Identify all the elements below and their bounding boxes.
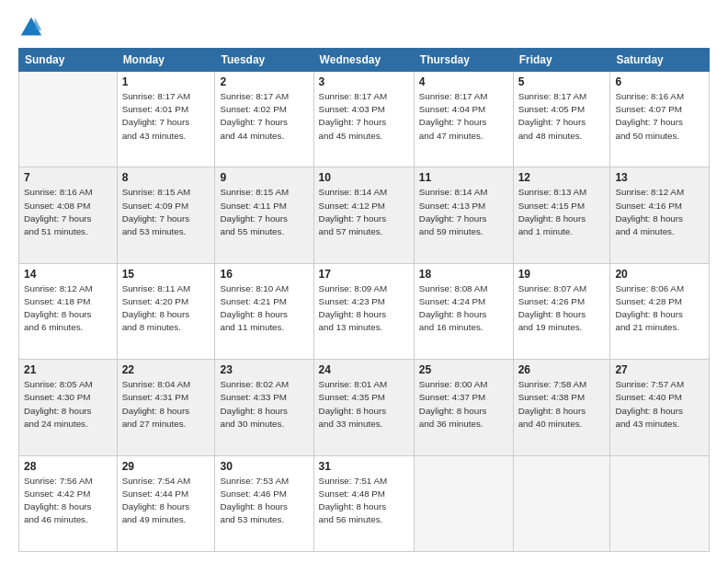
- day-number: 11: [419, 171, 508, 184]
- day-cell: 16Sunrise: 8:10 AMSunset: 4:21 PMDayligh…: [215, 263, 313, 359]
- day-info: Sunrise: 8:12 AMSunset: 4:18 PMDaylight:…: [24, 282, 112, 335]
- day-cell: 18Sunrise: 8:08 AMSunset: 4:24 PMDayligh…: [414, 263, 513, 359]
- day-cell: 10Sunrise: 8:14 AMSunset: 4:12 PMDayligh…: [313, 167, 414, 263]
- day-info: Sunrise: 8:01 AMSunset: 4:35 PMDaylight:…: [319, 378, 409, 431]
- day-info: Sunrise: 8:00 AMSunset: 4:37 PMDaylight:…: [419, 378, 508, 431]
- day-cell: 5Sunrise: 8:17 AMSunset: 4:05 PMDaylight…: [513, 72, 610, 167]
- day-info: Sunrise: 8:02 AMSunset: 4:33 PMDaylight:…: [220, 378, 308, 431]
- day-info: Sunrise: 7:51 AMSunset: 4:48 PMDaylight:…: [319, 475, 409, 527]
- day-cell: 29Sunrise: 7:54 AMSunset: 4:44 PMDayligh…: [117, 455, 215, 551]
- day-number: 12: [518, 171, 606, 184]
- day-cell: 9Sunrise: 8:15 AMSunset: 4:11 PMDaylight…: [215, 167, 313, 263]
- day-number: 2: [220, 75, 308, 88]
- svg-marker-1: [35, 17, 41, 30]
- day-cell: 17Sunrise: 8:09 AMSunset: 4:23 PMDayligh…: [313, 263, 414, 359]
- day-cell: 30Sunrise: 7:53 AMSunset: 4:46 PMDayligh…: [215, 455, 313, 551]
- day-number: 25: [419, 363, 508, 376]
- day-number: 4: [419, 75, 508, 88]
- weekday-header-row: SundayMondayTuesdayWednesdayThursdayFrid…: [19, 49, 710, 72]
- day-cell: 1Sunrise: 8:17 AMSunset: 4:01 PMDaylight…: [117, 72, 215, 167]
- day-info: Sunrise: 7:57 AMSunset: 4:40 PMDaylight:…: [615, 378, 704, 431]
- week-row-5: 28Sunrise: 7:56 AMSunset: 4:42 PMDayligh…: [19, 455, 710, 551]
- day-info: Sunrise: 8:10 AMSunset: 4:21 PMDaylight:…: [220, 282, 308, 335]
- day-cell: 20Sunrise: 8:06 AMSunset: 4:28 PMDayligh…: [610, 263, 710, 359]
- day-info: Sunrise: 8:09 AMSunset: 4:23 PMDaylight:…: [319, 282, 409, 335]
- day-info: Sunrise: 7:54 AMSunset: 4:44 PMDaylight:…: [122, 475, 210, 527]
- weekday-header-saturday: Saturday: [610, 49, 710, 72]
- day-info: Sunrise: 8:13 AMSunset: 4:15 PMDaylight:…: [518, 186, 606, 238]
- day-number: 29: [122, 460, 210, 473]
- day-info: Sunrise: 8:16 AMSunset: 4:08 PMDaylight:…: [24, 186, 112, 238]
- day-cell: 14Sunrise: 8:12 AMSunset: 4:18 PMDayligh…: [19, 263, 118, 359]
- week-row-4: 21Sunrise: 8:05 AMSunset: 4:30 PMDayligh…: [19, 360, 710, 455]
- day-info: Sunrise: 8:14 AMSunset: 4:12 PMDaylight:…: [319, 186, 409, 238]
- logo: [18, 15, 48, 40]
- day-number: 31: [319, 460, 409, 473]
- day-number: 3: [319, 75, 409, 88]
- day-info: Sunrise: 8:04 AMSunset: 4:31 PMDaylight:…: [122, 378, 210, 431]
- day-number: 5: [518, 75, 606, 88]
- day-info: Sunrise: 7:53 AMSunset: 4:46 PMDaylight:…: [220, 475, 308, 527]
- day-cell: 12Sunrise: 8:13 AMSunset: 4:15 PMDayligh…: [513, 167, 610, 263]
- day-number: 17: [319, 268, 409, 281]
- day-cell: [610, 455, 710, 551]
- day-cell: 21Sunrise: 8:05 AMSunset: 4:30 PMDayligh…: [19, 360, 118, 455]
- day-info: Sunrise: 8:07 AMSunset: 4:26 PMDaylight:…: [518, 282, 606, 335]
- day-cell: 28Sunrise: 7:56 AMSunset: 4:42 PMDayligh…: [19, 455, 118, 551]
- weekday-header-thursday: Thursday: [414, 49, 513, 72]
- week-row-2: 7Sunrise: 8:16 AMSunset: 4:08 PMDaylight…: [19, 167, 710, 263]
- day-cell: 4Sunrise: 8:17 AMSunset: 4:04 PMDaylight…: [414, 72, 513, 167]
- day-cell: 26Sunrise: 7:58 AMSunset: 4:38 PMDayligh…: [513, 360, 610, 455]
- day-cell: 7Sunrise: 8:16 AMSunset: 4:08 PMDaylight…: [19, 167, 118, 263]
- day-number: 18: [419, 268, 508, 281]
- day-info: Sunrise: 8:12 AMSunset: 4:16 PMDaylight:…: [615, 186, 704, 238]
- day-number: 16: [220, 268, 308, 281]
- logo-icon: [18, 15, 44, 40]
- day-cell: 24Sunrise: 8:01 AMSunset: 4:35 PMDayligh…: [313, 360, 414, 455]
- day-number: 22: [122, 363, 210, 376]
- weekday-header-wednesday: Wednesday: [313, 49, 414, 72]
- weekday-header-friday: Friday: [513, 49, 610, 72]
- day-cell: 23Sunrise: 8:02 AMSunset: 4:33 PMDayligh…: [215, 360, 313, 455]
- day-cell: 11Sunrise: 8:14 AMSunset: 4:13 PMDayligh…: [414, 167, 513, 263]
- day-cell: 27Sunrise: 7:57 AMSunset: 4:40 PMDayligh…: [610, 360, 710, 455]
- day-cell: 3Sunrise: 8:17 AMSunset: 4:03 PMDaylight…: [313, 72, 414, 167]
- week-row-3: 14Sunrise: 8:12 AMSunset: 4:18 PMDayligh…: [19, 263, 710, 359]
- day-cell: 8Sunrise: 8:15 AMSunset: 4:09 PMDaylight…: [117, 167, 215, 263]
- day-number: 28: [24, 460, 112, 473]
- header: [18, 15, 710, 40]
- day-info: Sunrise: 8:16 AMSunset: 4:07 PMDaylight:…: [615, 90, 704, 143]
- page: SundayMondayTuesdayWednesdayThursdayFrid…: [0, 0, 728, 563]
- day-info: Sunrise: 8:14 AMSunset: 4:13 PMDaylight:…: [419, 186, 508, 238]
- day-cell: [414, 455, 513, 551]
- calendar-table: SundayMondayTuesdayWednesdayThursdayFrid…: [18, 48, 710, 552]
- day-number: 20: [615, 268, 704, 281]
- day-number: 14: [24, 268, 112, 281]
- day-cell: 15Sunrise: 8:11 AMSunset: 4:20 PMDayligh…: [117, 263, 215, 359]
- day-number: 6: [615, 75, 704, 88]
- day-cell: [513, 455, 610, 551]
- day-info: Sunrise: 8:11 AMSunset: 4:20 PMDaylight:…: [122, 282, 210, 335]
- day-number: 10: [319, 171, 409, 184]
- day-number: 7: [24, 171, 112, 184]
- day-info: Sunrise: 8:15 AMSunset: 4:11 PMDaylight:…: [220, 186, 308, 238]
- day-number: 15: [122, 268, 210, 281]
- weekday-header-sunday: Sunday: [19, 49, 118, 72]
- day-number: 24: [319, 363, 409, 376]
- day-number: 26: [518, 363, 606, 376]
- day-info: Sunrise: 8:17 AMSunset: 4:03 PMDaylight:…: [319, 90, 409, 143]
- day-cell: 2Sunrise: 8:17 AMSunset: 4:02 PMDaylight…: [215, 72, 313, 167]
- day-info: Sunrise: 8:15 AMSunset: 4:09 PMDaylight:…: [122, 186, 210, 238]
- day-number: 27: [615, 363, 704, 376]
- day-cell: 22Sunrise: 8:04 AMSunset: 4:31 PMDayligh…: [117, 360, 215, 455]
- day-info: Sunrise: 7:58 AMSunset: 4:38 PMDaylight:…: [518, 378, 606, 431]
- day-number: 13: [615, 171, 704, 184]
- day-cell: 6Sunrise: 8:16 AMSunset: 4:07 PMDaylight…: [610, 72, 710, 167]
- day-number: 8: [122, 171, 210, 184]
- day-number: 19: [518, 268, 606, 281]
- day-cell: 13Sunrise: 8:12 AMSunset: 4:16 PMDayligh…: [610, 167, 710, 263]
- day-info: Sunrise: 8:06 AMSunset: 4:28 PMDaylight:…: [615, 282, 704, 335]
- day-info: Sunrise: 8:17 AMSunset: 4:04 PMDaylight:…: [419, 90, 508, 143]
- day-cell: [19, 72, 118, 167]
- weekday-header-tuesday: Tuesday: [215, 49, 313, 72]
